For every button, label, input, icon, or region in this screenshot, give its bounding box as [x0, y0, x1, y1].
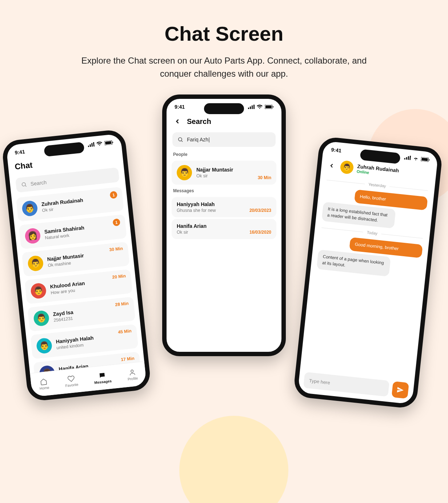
page-description: Explore the Chat screen on our Auto Part… — [68, 54, 380, 80]
result-meta: 30 Min — [258, 175, 271, 180]
chevron-left-icon — [174, 118, 181, 125]
status-time: 9:41 — [331, 147, 342, 154]
svg-rect-13 — [253, 105, 255, 109]
message-input[interactable]: Type here — [303, 372, 389, 397]
chat-list: 👨 Zuhrah RudainahOk sir 1 👩 Samira Shahi… — [11, 184, 145, 387]
avatar: 👨 — [340, 160, 354, 175]
chat-preview: 25641231 — [53, 316, 74, 323]
avatar: 👨 — [30, 282, 47, 299]
message-result[interactable]: Hanifa Arian Ok sir 16/03/2020 — [172, 219, 276, 239]
battery-icon — [104, 140, 113, 145]
status-icons — [88, 140, 113, 147]
tab-profile[interactable]: Profile — [127, 368, 138, 381]
result-meta: 20/03/2023 — [249, 208, 271, 213]
status-icons — [248, 105, 273, 109]
avatar: 👨 — [21, 200, 38, 217]
wifi-icon — [413, 156, 419, 161]
result-name: Haniyyah Halah — [177, 201, 271, 207]
tab-label: Favorite — [65, 382, 79, 388]
avatar: 👨 — [33, 310, 50, 327]
svg-rect-15 — [265, 105, 272, 108]
chat-time: 28 Min — [115, 301, 129, 307]
svg-line-18 — [181, 141, 183, 142]
svg-rect-12 — [252, 105, 253, 109]
notch — [204, 103, 244, 114]
battery-icon — [265, 105, 273, 109]
avatar: 👨 — [177, 165, 192, 180]
signal-icon — [88, 142, 95, 147]
section-messages: Messages — [167, 186, 281, 196]
svg-rect-24 — [421, 158, 428, 161]
result-name: Najjar Muntasir — [196, 167, 233, 173]
tab-label: Home — [39, 386, 49, 391]
status-time: 9:41 — [175, 104, 185, 110]
chat-time: 30 Min — [109, 246, 123, 252]
svg-rect-10 — [248, 108, 249, 109]
tab-label: Profile — [127, 376, 138, 381]
battery-icon — [421, 157, 430, 162]
chat-time: 45 Min — [118, 328, 132, 335]
svg-rect-21 — [408, 156, 409, 160]
search-input[interactable]: Fariq Azh| — [172, 132, 276, 147]
svg-point-9 — [131, 370, 133, 373]
tab-home[interactable]: Home — [39, 378, 49, 391]
svg-rect-5 — [105, 141, 112, 145]
avatar: 👩 — [24, 228, 41, 244]
search-title: Search — [187, 117, 211, 126]
person-icon — [128, 369, 136, 377]
svg-rect-2 — [91, 143, 93, 147]
status-time: 9:41 — [15, 149, 25, 156]
svg-rect-11 — [250, 106, 251, 109]
back-button[interactable] — [172, 116, 183, 126]
svg-point-7 — [22, 182, 25, 186]
svg-rect-22 — [409, 156, 411, 160]
search-icon — [177, 137, 183, 142]
chat-time: 20 Min — [112, 273, 126, 280]
page-title: Chat Screen — [0, 22, 448, 45]
signal-icon — [248, 105, 255, 109]
svg-rect-0 — [88, 146, 89, 147]
search-icon — [21, 181, 27, 188]
input-placeholder: Type here — [309, 378, 330, 385]
avatar: 👨 — [27, 255, 44, 272]
send-icon — [396, 386, 404, 394]
status-icons — [404, 155, 430, 162]
result-sub: Ok sir — [196, 173, 233, 178]
unread-badge: 1 — [109, 191, 117, 199]
svg-rect-1 — [89, 144, 91, 147]
heart-icon — [67, 375, 75, 383]
svg-rect-6 — [112, 142, 113, 143]
signal-icon — [404, 155, 411, 160]
search-header: Search — [167, 115, 281, 129]
phone-conversation: 9:41 👨 Zuhrah Rudainah Online Yesterday … — [293, 136, 443, 409]
chevron-left-icon — [328, 162, 335, 169]
people-result[interactable]: 👨 Najjar Muntasir Ok sir 30 Min — [172, 161, 276, 185]
tab-messages[interactable]: Messages — [93, 371, 112, 385]
unread-badge: 1 — [112, 218, 120, 226]
tab-favorite[interactable]: Favorite — [64, 374, 79, 388]
message-result[interactable]: Haniyyah Halah Ghusna she for new 20/03/… — [172, 197, 276, 217]
svg-rect-25 — [429, 159, 429, 161]
svg-rect-19 — [404, 158, 405, 160]
wifi-icon — [257, 105, 263, 109]
wifi-icon — [96, 141, 103, 146]
phone-search: 9:41 Search Fariq Azh| People 👨 Najjar M… — [162, 94, 286, 356]
svg-rect-20 — [406, 157, 407, 160]
svg-point-17 — [179, 138, 182, 141]
result-name: Hanifa Arian — [177, 223, 271, 229]
search-placeholder: Search — [30, 179, 47, 187]
svg-rect-3 — [93, 142, 95, 146]
chat-time: 17 Min — [121, 356, 135, 362]
svg-line-8 — [25, 185, 26, 186]
message-icon — [98, 371, 106, 379]
home-icon — [40, 378, 48, 386]
section-people: People — [167, 150, 281, 159]
search-query: Fariq Azh| — [187, 137, 210, 142]
back-button[interactable] — [326, 160, 337, 172]
result-meta: 16/03/2020 — [249, 230, 271, 235]
phone-chat-list: 9:41 Chat Search 👨 Zuhrah RudainahOk sir… — [1, 129, 151, 402]
tab-label: Messages — [94, 379, 112, 385]
composer: Type here — [303, 372, 409, 399]
svg-rect-16 — [273, 106, 273, 108]
send-button[interactable] — [392, 381, 409, 399]
